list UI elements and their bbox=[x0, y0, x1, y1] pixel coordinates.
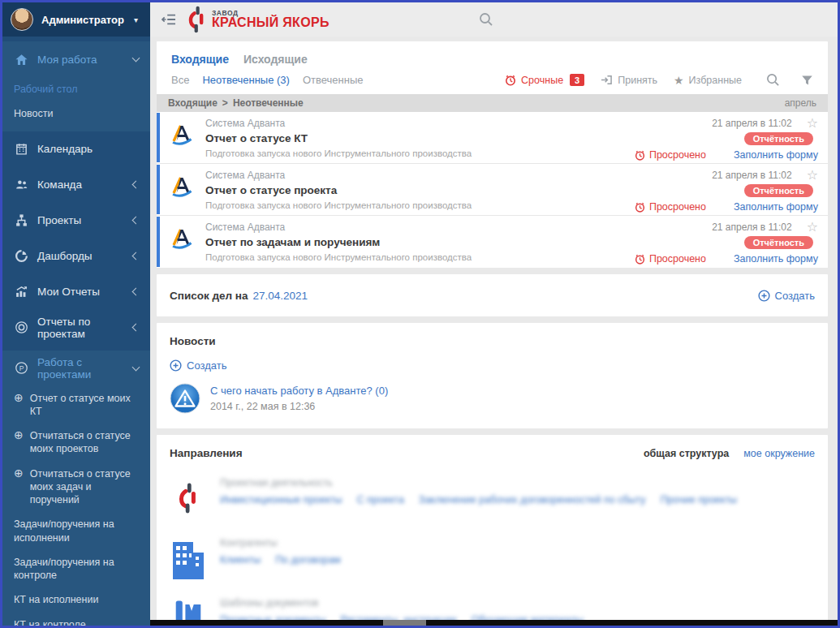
company-logo[interactable]: ЗАВОД КРАСНЫЙ ЯКОРЬ bbox=[187, 6, 330, 33]
sidebar-item-kt-on-control[interactable]: КТ на контроле bbox=[2, 613, 150, 626]
directions-card: Направления общая структура мое окружени… bbox=[157, 435, 828, 626]
sidebar-item-tasks-on-control[interactable]: Задачи/поручения на контроле bbox=[2, 550, 150, 588]
message-title[interactable]: Отчет о статусе проекта bbox=[205, 184, 472, 196]
chevron-left-icon bbox=[132, 217, 140, 225]
sidebar-item-project-reports[interactable]: Отчеты по проектам bbox=[2, 310, 150, 346]
sidebar-item-tasks-in-progress[interactable]: Задачи/поручения на исполнении bbox=[2, 512, 150, 550]
direction-title-blurred: Шаблоны документов bbox=[220, 597, 584, 609]
sidebar-item-my-work[interactable]: Моя работа bbox=[2, 41, 150, 77]
news-item-date: 2014 г., 22 мая в 12:36 bbox=[210, 401, 388, 412]
projects-icon bbox=[14, 213, 28, 228]
inbox-search-icon[interactable] bbox=[766, 73, 780, 87]
scrollbar-thumb[interactable] bbox=[383, 620, 426, 626]
user-avatar[interactable] bbox=[11, 8, 33, 31]
sidebar-item-kt-status-report[interactable]: ⊕ Отчет о статусе моих КТ bbox=[2, 386, 150, 424]
my-reports-icon bbox=[14, 285, 28, 299]
chevron-down-icon bbox=[132, 363, 140, 371]
building-icon bbox=[170, 537, 207, 579]
svg-text:P: P bbox=[19, 364, 24, 372]
fill-form-link[interactable]: Заполнить форму bbox=[734, 149, 818, 161]
star-icon[interactable]: ☆ bbox=[807, 117, 818, 130]
sidebar-item-tasks-status-report[interactable]: ⊕ Отчитаться о статусе моих задач и пору… bbox=[2, 462, 150, 513]
global-search-icon[interactable] bbox=[479, 12, 493, 27]
filter-funnel-icon[interactable] bbox=[801, 75, 813, 86]
message-title[interactable]: Отчет по задачам и поручениям bbox=[205, 236, 472, 248]
filter-all[interactable]: Все bbox=[171, 74, 189, 86]
advanta-system-avatar bbox=[170, 174, 194, 198]
directions-title: Направления bbox=[170, 447, 243, 459]
tab-outgoing[interactable]: Исходящие bbox=[243, 53, 308, 66]
message-row[interactable]: Система Адванта Отчет о статусе КТ Подго… bbox=[157, 112, 828, 164]
filter-unanswered[interactable]: Неотвеченные (3) bbox=[202, 74, 290, 86]
user-name: Администратор bbox=[41, 14, 124, 26]
tab-incoming[interactable]: Входящие bbox=[171, 53, 229, 66]
direction-link[interactable]: Клиенты bbox=[220, 554, 261, 566]
message-row[interactable]: Система Адванта Отчет по задачам и поруч… bbox=[157, 216, 828, 268]
direction-links-blurred: Инвестиционные проекты С проекта Заключе… bbox=[220, 494, 737, 505]
filter-answered[interactable]: Отвеченные bbox=[303, 74, 364, 86]
fill-form-link[interactable]: Заполнить форму bbox=[734, 201, 818, 213]
urgent-count-badge: 3 bbox=[570, 74, 584, 86]
sidebar-item-projects-status-report[interactable]: ⊕ Отчитаться о статусе моих проектов bbox=[2, 424, 150, 462]
news-title: Новости bbox=[170, 335, 815, 347]
sidebar-item-team[interactable]: Команда bbox=[2, 167, 150, 203]
alarm-clock-icon bbox=[635, 150, 645, 161]
accept-button[interactable]: Принять bbox=[601, 75, 657, 86]
sidebar-item-dashboards[interactable]: Дашборды bbox=[2, 239, 150, 274]
overdue-status: Просрочено bbox=[635, 149, 706, 161]
direction-link[interactable]: Инвестиционные проекты bbox=[220, 494, 342, 505]
sidebar-section-project-work: P Работа с проектами ⊕ Отчет о статусе м… bbox=[2, 351, 150, 626]
star-icon[interactable]: ☆ bbox=[807, 221, 818, 234]
home-icon bbox=[14, 52, 28, 67]
top-header: ЗАВОД КРАСНЫЙ ЯКОРЬ bbox=[150, 2, 838, 37]
todo-label: Список дел на bbox=[170, 290, 248, 302]
advanta-system-avatar bbox=[170, 226, 194, 250]
message-row[interactable]: Система Адванта Отчет о статусе проекта … bbox=[157, 164, 828, 216]
todo-date-link[interactable]: 27.04.2021 bbox=[253, 290, 308, 302]
toggle-general-structure[interactable]: общая структура bbox=[644, 448, 729, 459]
user-menu[interactable]: Администратор ▾ bbox=[2, 2, 150, 37]
message-date: 21 апреля в 11:02 bbox=[712, 170, 791, 181]
create-news-button[interactable]: Создать bbox=[170, 359, 226, 372]
message-date: 21 апреля в 11:02 bbox=[712, 118, 791, 129]
horizontal-scrollbar[interactable] bbox=[150, 620, 838, 626]
fill-form-link[interactable]: Заполнить форму bbox=[734, 253, 818, 265]
chevron-down-icon bbox=[132, 54, 140, 62]
plus-circle-icon: ⊕ bbox=[14, 392, 24, 404]
star-icon: ★ bbox=[674, 75, 684, 86]
alarm-clock-icon bbox=[635, 202, 645, 213]
plus-circle-icon: ⊕ bbox=[14, 429, 24, 441]
message-title[interactable]: Отчет о статусе КТ bbox=[205, 132, 472, 144]
toggle-my-environment[interactable]: мое окружение bbox=[743, 448, 815, 459]
direction-link[interactable]: С проекта bbox=[357, 494, 404, 505]
sidebar-item-news[interactable]: Новости bbox=[2, 101, 150, 126]
news-item-link[interactable]: С чего начать работу в Адванте? (0) bbox=[210, 385, 388, 397]
plus-circle-icon: ⊕ bbox=[14, 467, 24, 480]
calendar-icon bbox=[14, 142, 28, 157]
sidebar-item-project-work[interactable]: P Работа с проектами bbox=[2, 351, 150, 386]
sidebar-item-projects[interactable]: Проекты bbox=[2, 203, 150, 239]
message-sender: Система Адванта bbox=[205, 118, 472, 129]
anchor-logo-icon bbox=[187, 6, 206, 33]
news-item[interactable]: С чего начать работу в Адванте? (0) 2014… bbox=[170, 383, 815, 414]
collapse-sidebar-icon[interactable] bbox=[162, 13, 176, 26]
sidebar-item-calendar[interactable]: Календарь bbox=[2, 131, 150, 167]
message-sender: Система Адванта bbox=[205, 222, 472, 233]
sidebar-item-my-reports[interactable]: Мои Отчеты bbox=[2, 274, 150, 310]
overdue-status: Просрочено bbox=[635, 201, 706, 213]
sidebar-item-kt-in-progress[interactable]: КТ на исполнении bbox=[2, 587, 150, 612]
alarm-clock-icon bbox=[505, 75, 516, 86]
sidebar-item-desktop[interactable]: Рабочий стол bbox=[2, 77, 150, 101]
message-project: Подготовка запуска нового Инструментальн… bbox=[205, 200, 472, 210]
direction-title-blurred: Проектная деятельность bbox=[220, 477, 737, 488]
urgent-filter-button[interactable]: Срочные 3 bbox=[505, 74, 584, 86]
favorites-button[interactable]: ★ Избранные bbox=[674, 75, 742, 86]
message-tag-badge: Отчётность bbox=[744, 132, 813, 145]
star-icon[interactable]: ☆ bbox=[807, 169, 818, 182]
message-project: Подготовка запуска нового Инструментальн… bbox=[205, 148, 472, 158]
create-todo-button[interactable]: Создать bbox=[758, 290, 815, 302]
direction-link[interactable]: Заключение рабочих договоренностей по сб… bbox=[419, 494, 646, 505]
direction-link[interactable]: По договорам bbox=[275, 554, 341, 566]
dashboards-icon bbox=[14, 249, 28, 264]
direction-link[interactable]: Прочие проекты bbox=[661, 494, 737, 505]
